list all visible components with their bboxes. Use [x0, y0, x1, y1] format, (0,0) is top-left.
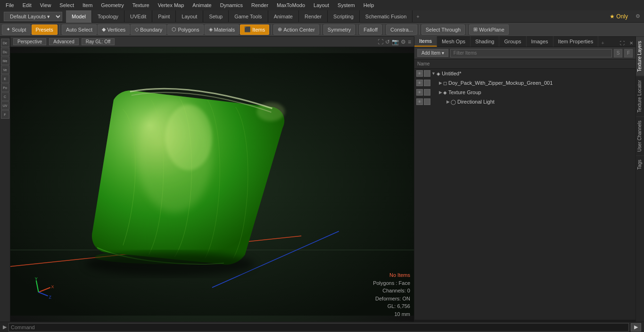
command-submit[interactable]: ▶	[631, 323, 641, 332]
advanced-button[interactable]: Advanced	[49, 38, 78, 45]
raygl-button[interactable]: Ray GL: Off	[82, 38, 115, 45]
items-button[interactable]: ⬛ Items	[240, 24, 269, 35]
materials-button[interactable]: ◈ Materials	[205, 24, 239, 35]
layout-gear[interactable]: ⚙	[632, 12, 644, 21]
expand-light[interactable]: ▶	[446, 99, 450, 104]
panel-divider[interactable]	[414, 320, 636, 322]
menu-system[interactable]: System	[334, 1, 359, 9]
constraints-button[interactable]: Constra...	[386, 24, 417, 35]
viewport-icon-menu[interactable]: ≡	[408, 39, 411, 45]
sidebar-ver[interactable]: Ve	[1, 65, 9, 74]
sidebar-e[interactable]: E	[1, 74, 9, 83]
menu-select[interactable]: Select	[56, 1, 78, 9]
menu-layout[interactable]: Layout	[310, 1, 333, 9]
falloff-button[interactable]: Falloff	[359, 24, 382, 35]
menu-dynamics[interactable]: Dynamics	[216, 1, 247, 9]
action-center-button[interactable]: ⊕ Action Center	[273, 24, 319, 35]
sidebar-de[interactable]: De	[1, 39, 9, 47]
symmetry-button[interactable]: Symmetry	[323, 24, 355, 35]
panel-tab-plus[interactable]: +	[598, 39, 607, 47]
items-s-button[interactable]: S	[614, 49, 622, 57]
viewport[interactable]: Perspective Advanced Ray GL: Off ⛶ ↺ 📷 ⚙…	[10, 37, 414, 322]
tab-paint[interactable]: Paint	[152, 10, 176, 23]
boundary-button[interactable]: ◇ Boundary	[131, 24, 166, 35]
sidebar-f[interactable]: F	[1, 110, 9, 119]
tab-setup[interactable]: Setup	[203, 10, 229, 23]
menu-geometry[interactable]: Geometry	[97, 1, 127, 9]
menu-texture[interactable]: Texture	[129, 1, 153, 9]
sidebar-mesh[interactable]: Me	[1, 57, 9, 65]
menu-help[interactable]: Help	[360, 1, 378, 9]
vis-untitled[interactable]: 👁	[416, 70, 423, 77]
expand-texgroup[interactable]: ▶	[439, 90, 442, 95]
sculpt-button[interactable]: ✦ Sculpt	[2, 24, 31, 35]
sidebar-c[interactable]: C	[1, 92, 9, 101]
panel-tab-groups[interactable]: Groups	[499, 36, 526, 47]
side-tab-tags[interactable]: Tags	[636, 155, 644, 173]
menu-maxtomodo[interactable]: MaxToModo	[273, 1, 309, 9]
panel-tab-meshops[interactable]: Mesh Ops	[437, 36, 471, 47]
sidebar-uv[interactable]: UV	[1, 101, 9, 110]
menu-vertex-map[interactable]: Vertex Map	[154, 1, 188, 9]
expand-mesh[interactable]: ▶	[439, 81, 442, 85]
menu-animate[interactable]: Animate	[189, 1, 215, 9]
side-tab-user-channels[interactable]: User Channels	[636, 116, 644, 155]
tab-model[interactable]: Model	[66, 10, 92, 23]
tab-gametools[interactable]: Game Tools	[229, 10, 268, 23]
tab-schematic[interactable]: Schematic Fusion	[360, 10, 413, 23]
vis2-untitled[interactable]	[424, 70, 430, 77]
vis2-texgroup[interactable]	[424, 89, 430, 96]
command-arrow[interactable]: ▶	[3, 324, 7, 330]
vis-mesh[interactable]: 👁	[416, 80, 423, 86]
sidebar-pol[interactable]: Po	[1, 83, 9, 92]
items-f-button[interactable]: F	[624, 49, 633, 57]
auto-select-button[interactable]: Auto Select	[62, 24, 97, 35]
side-tab-texture-layers[interactable]: Texture Layers	[636, 37, 644, 76]
vis-light[interactable]: 👁	[416, 98, 423, 105]
tree-row-light[interactable]: 👁 ▶ ◯ Directional Light	[414, 97, 636, 106]
polygons-button[interactable]: ⬡ Polygons	[167, 24, 203, 35]
tree-row-untitled[interactable]: 👁 ▼ ◈ Untitled*	[414, 69, 636, 78]
vis2-mesh[interactable]	[424, 80, 430, 86]
tab-layout[interactable]: Layout	[176, 10, 203, 23]
tab-scripting[interactable]: Scripting	[328, 10, 360, 23]
viewport-canvas[interactable]: X Y Z No Items Polygons : Face Channels:…	[10, 47, 414, 322]
filter-items-input[interactable]	[450, 49, 612, 57]
add-item-button[interactable]: Add Item ▾	[417, 49, 448, 57]
viewport-icon-camera[interactable]: 📷	[392, 39, 399, 45]
viewport-icon-maximize[interactable]: ⛶	[378, 39, 383, 45]
tab-render[interactable]: Render	[299, 10, 328, 23]
perspective-button[interactable]: Perspective	[13, 38, 46, 45]
menu-edit[interactable]: Edit	[19, 1, 35, 9]
side-tab-texture-locator[interactable]: Texture Locator	[636, 76, 644, 116]
panel-tab-shading[interactable]: Shading	[471, 36, 499, 47]
layout-dropdown[interactable]: Default Layouts ▾	[4, 12, 62, 21]
panel-tab-item-properties[interactable]: Item Properties	[553, 36, 599, 47]
panel-expand-icon[interactable]: ⛶	[618, 40, 627, 47]
workplane-button[interactable]: ⊞ WorkPlane	[469, 24, 509, 35]
viewport-icon-rotate[interactable]: ↺	[385, 39, 390, 45]
select-through-button[interactable]: Select Through	[421, 24, 465, 35]
layout-star[interactable]: ★ Only	[606, 12, 632, 21]
layout-add-tab[interactable]: +	[413, 12, 423, 21]
presets-button[interactable]: Presets	[32, 24, 58, 35]
viewport-icon-settings[interactable]: ⚙	[401, 39, 406, 45]
menu-render[interactable]: Render	[248, 1, 272, 9]
vis2-light[interactable]	[424, 98, 430, 105]
panel-tab-images[interactable]: Images	[527, 36, 553, 47]
vertices-button[interactable]: ◆ Vertices	[98, 24, 130, 35]
expand-untitled[interactable]: ▼	[431, 71, 436, 76]
tab-animate[interactable]: Animate	[268, 10, 299, 23]
tree-row-mesh[interactable]: 👁 ▶ ◻ Doy_Pack_With_Zipper_Mockup_Green_…	[414, 78, 636, 88]
menu-view[interactable]: View	[36, 1, 55, 9]
command-input[interactable]	[8, 323, 629, 332]
tab-uvedit[interactable]: UVEdit	[124, 10, 152, 23]
sidebar-dup[interactable]: Du	[1, 48, 9, 56]
tree-row-texgroup[interactable]: 👁 ▶ ◈ Texture Group	[414, 88, 636, 97]
tab-topology[interactable]: Topology	[92, 10, 124, 23]
menu-file[interactable]: File	[2, 1, 18, 9]
vis-texgroup[interactable]: 👁	[416, 89, 423, 96]
menu-item[interactable]: Item	[79, 1, 96, 9]
panel-tab-items[interactable]: Items	[414, 36, 437, 47]
panel-close-icon[interactable]: ✕	[627, 40, 636, 47]
